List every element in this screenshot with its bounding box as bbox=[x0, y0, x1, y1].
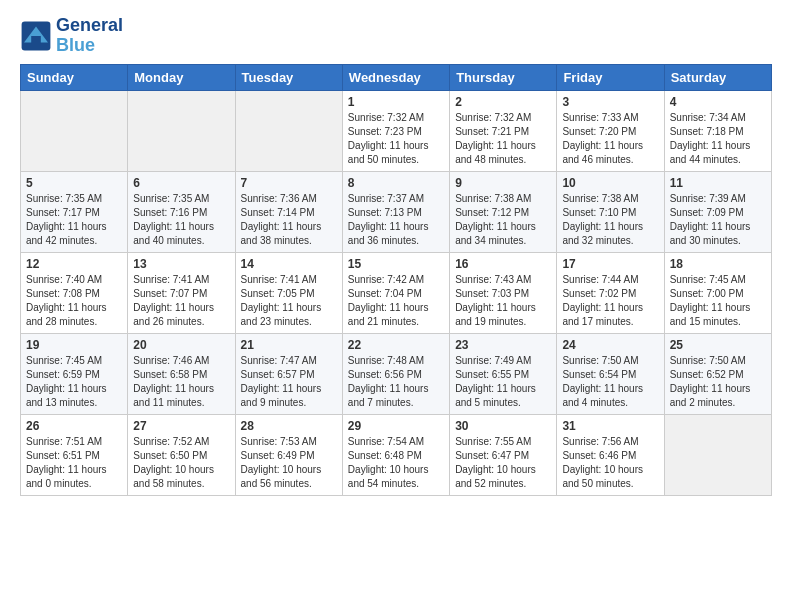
day-info: Sunrise: 7:41 AM Sunset: 7:05 PM Dayligh… bbox=[241, 273, 337, 329]
calendar-cell: 24Sunrise: 7:50 AM Sunset: 6:54 PM Dayli… bbox=[557, 333, 664, 414]
day-info: Sunrise: 7:40 AM Sunset: 7:08 PM Dayligh… bbox=[26, 273, 122, 329]
day-number: 26 bbox=[26, 419, 122, 433]
calendar-table: SundayMondayTuesdayWednesdayThursdayFrid… bbox=[20, 64, 772, 496]
week-row-4: 19Sunrise: 7:45 AM Sunset: 6:59 PM Dayli… bbox=[21, 333, 772, 414]
day-number: 19 bbox=[26, 338, 122, 352]
calendar-cell: 31Sunrise: 7:56 AM Sunset: 6:46 PM Dayli… bbox=[557, 414, 664, 495]
day-number: 11 bbox=[670, 176, 766, 190]
logo-icon bbox=[20, 20, 52, 52]
calendar-cell: 12Sunrise: 7:40 AM Sunset: 7:08 PM Dayli… bbox=[21, 252, 128, 333]
day-info: Sunrise: 7:38 AM Sunset: 7:12 PM Dayligh… bbox=[455, 192, 551, 248]
day-info: Sunrise: 7:55 AM Sunset: 6:47 PM Dayligh… bbox=[455, 435, 551, 491]
weekday-wednesday: Wednesday bbox=[342, 64, 449, 90]
day-info: Sunrise: 7:37 AM Sunset: 7:13 PM Dayligh… bbox=[348, 192, 444, 248]
day-info: Sunrise: 7:35 AM Sunset: 7:17 PM Dayligh… bbox=[26, 192, 122, 248]
day-info: Sunrise: 7:48 AM Sunset: 6:56 PM Dayligh… bbox=[348, 354, 444, 410]
weekday-saturday: Saturday bbox=[664, 64, 771, 90]
weekday-friday: Friday bbox=[557, 64, 664, 90]
week-row-5: 26Sunrise: 7:51 AM Sunset: 6:51 PM Dayli… bbox=[21, 414, 772, 495]
calendar-cell: 5Sunrise: 7:35 AM Sunset: 7:17 PM Daylig… bbox=[21, 171, 128, 252]
calendar-cell: 21Sunrise: 7:47 AM Sunset: 6:57 PM Dayli… bbox=[235, 333, 342, 414]
day-info: Sunrise: 7:32 AM Sunset: 7:23 PM Dayligh… bbox=[348, 111, 444, 167]
day-info: Sunrise: 7:49 AM Sunset: 6:55 PM Dayligh… bbox=[455, 354, 551, 410]
day-info: Sunrise: 7:32 AM Sunset: 7:21 PM Dayligh… bbox=[455, 111, 551, 167]
day-number: 29 bbox=[348, 419, 444, 433]
week-row-3: 12Sunrise: 7:40 AM Sunset: 7:08 PM Dayli… bbox=[21, 252, 772, 333]
day-info: Sunrise: 7:46 AM Sunset: 6:58 PM Dayligh… bbox=[133, 354, 229, 410]
day-number: 16 bbox=[455, 257, 551, 271]
day-info: Sunrise: 7:51 AM Sunset: 6:51 PM Dayligh… bbox=[26, 435, 122, 491]
calendar-cell: 4Sunrise: 7:34 AM Sunset: 7:18 PM Daylig… bbox=[664, 90, 771, 171]
calendar-cell: 27Sunrise: 7:52 AM Sunset: 6:50 PM Dayli… bbox=[128, 414, 235, 495]
week-row-2: 5Sunrise: 7:35 AM Sunset: 7:17 PM Daylig… bbox=[21, 171, 772, 252]
calendar-cell: 16Sunrise: 7:43 AM Sunset: 7:03 PM Dayli… bbox=[450, 252, 557, 333]
day-number: 2 bbox=[455, 95, 551, 109]
day-number: 28 bbox=[241, 419, 337, 433]
day-info: Sunrise: 7:56 AM Sunset: 6:46 PM Dayligh… bbox=[562, 435, 658, 491]
day-number: 21 bbox=[241, 338, 337, 352]
calendar-cell: 26Sunrise: 7:51 AM Sunset: 6:51 PM Dayli… bbox=[21, 414, 128, 495]
day-number: 8 bbox=[348, 176, 444, 190]
day-number: 30 bbox=[455, 419, 551, 433]
day-number: 20 bbox=[133, 338, 229, 352]
day-number: 12 bbox=[26, 257, 122, 271]
weekday-monday: Monday bbox=[128, 64, 235, 90]
calendar-cell: 15Sunrise: 7:42 AM Sunset: 7:04 PM Dayli… bbox=[342, 252, 449, 333]
day-info: Sunrise: 7:52 AM Sunset: 6:50 PM Dayligh… bbox=[133, 435, 229, 491]
day-number: 31 bbox=[562, 419, 658, 433]
day-number: 13 bbox=[133, 257, 229, 271]
calendar-cell: 10Sunrise: 7:38 AM Sunset: 7:10 PM Dayli… bbox=[557, 171, 664, 252]
weekday-tuesday: Tuesday bbox=[235, 64, 342, 90]
calendar-cell bbox=[235, 90, 342, 171]
day-info: Sunrise: 7:54 AM Sunset: 6:48 PM Dayligh… bbox=[348, 435, 444, 491]
calendar-cell: 22Sunrise: 7:48 AM Sunset: 6:56 PM Dayli… bbox=[342, 333, 449, 414]
day-number: 1 bbox=[348, 95, 444, 109]
day-number: 14 bbox=[241, 257, 337, 271]
day-number: 4 bbox=[670, 95, 766, 109]
day-number: 9 bbox=[455, 176, 551, 190]
calendar-cell: 14Sunrise: 7:41 AM Sunset: 7:05 PM Dayli… bbox=[235, 252, 342, 333]
day-info: Sunrise: 7:45 AM Sunset: 6:59 PM Dayligh… bbox=[26, 354, 122, 410]
calendar-cell: 6Sunrise: 7:35 AM Sunset: 7:16 PM Daylig… bbox=[128, 171, 235, 252]
day-number: 15 bbox=[348, 257, 444, 271]
day-info: Sunrise: 7:34 AM Sunset: 7:18 PM Dayligh… bbox=[670, 111, 766, 167]
svg-rect-2 bbox=[31, 36, 41, 44]
day-info: Sunrise: 7:33 AM Sunset: 7:20 PM Dayligh… bbox=[562, 111, 658, 167]
day-number: 23 bbox=[455, 338, 551, 352]
calendar-cell: 23Sunrise: 7:49 AM Sunset: 6:55 PM Dayli… bbox=[450, 333, 557, 414]
calendar-cell: 2Sunrise: 7:32 AM Sunset: 7:21 PM Daylig… bbox=[450, 90, 557, 171]
day-info: Sunrise: 7:45 AM Sunset: 7:00 PM Dayligh… bbox=[670, 273, 766, 329]
day-info: Sunrise: 7:42 AM Sunset: 7:04 PM Dayligh… bbox=[348, 273, 444, 329]
calendar-cell: 18Sunrise: 7:45 AM Sunset: 7:00 PM Dayli… bbox=[664, 252, 771, 333]
day-number: 22 bbox=[348, 338, 444, 352]
day-number: 5 bbox=[26, 176, 122, 190]
day-number: 25 bbox=[670, 338, 766, 352]
day-number: 7 bbox=[241, 176, 337, 190]
calendar-cell: 1Sunrise: 7:32 AM Sunset: 7:23 PM Daylig… bbox=[342, 90, 449, 171]
calendar-cell: 8Sunrise: 7:37 AM Sunset: 7:13 PM Daylig… bbox=[342, 171, 449, 252]
day-info: Sunrise: 7:39 AM Sunset: 7:09 PM Dayligh… bbox=[670, 192, 766, 248]
day-info: Sunrise: 7:41 AM Sunset: 7:07 PM Dayligh… bbox=[133, 273, 229, 329]
day-info: Sunrise: 7:43 AM Sunset: 7:03 PM Dayligh… bbox=[455, 273, 551, 329]
calendar-cell: 3Sunrise: 7:33 AM Sunset: 7:20 PM Daylig… bbox=[557, 90, 664, 171]
day-number: 6 bbox=[133, 176, 229, 190]
calendar-cell: 11Sunrise: 7:39 AM Sunset: 7:09 PM Dayli… bbox=[664, 171, 771, 252]
calendar-cell: 20Sunrise: 7:46 AM Sunset: 6:58 PM Dayli… bbox=[128, 333, 235, 414]
calendar-cell: 13Sunrise: 7:41 AM Sunset: 7:07 PM Dayli… bbox=[128, 252, 235, 333]
day-number: 17 bbox=[562, 257, 658, 271]
day-number: 27 bbox=[133, 419, 229, 433]
calendar-cell: 28Sunrise: 7:53 AM Sunset: 6:49 PM Dayli… bbox=[235, 414, 342, 495]
calendar-cell bbox=[21, 90, 128, 171]
logo: General Blue bbox=[20, 16, 123, 56]
page: General Blue SundayMondayTuesdayWednesda… bbox=[0, 0, 792, 506]
calendar-cell: 30Sunrise: 7:55 AM Sunset: 6:47 PM Dayli… bbox=[450, 414, 557, 495]
calendar-cell: 19Sunrise: 7:45 AM Sunset: 6:59 PM Dayli… bbox=[21, 333, 128, 414]
day-info: Sunrise: 7:44 AM Sunset: 7:02 PM Dayligh… bbox=[562, 273, 658, 329]
day-info: Sunrise: 7:47 AM Sunset: 6:57 PM Dayligh… bbox=[241, 354, 337, 410]
day-info: Sunrise: 7:50 AM Sunset: 6:52 PM Dayligh… bbox=[670, 354, 766, 410]
calendar-cell: 7Sunrise: 7:36 AM Sunset: 7:14 PM Daylig… bbox=[235, 171, 342, 252]
day-info: Sunrise: 7:35 AM Sunset: 7:16 PM Dayligh… bbox=[133, 192, 229, 248]
calendar-cell: 25Sunrise: 7:50 AM Sunset: 6:52 PM Dayli… bbox=[664, 333, 771, 414]
day-info: Sunrise: 7:36 AM Sunset: 7:14 PM Dayligh… bbox=[241, 192, 337, 248]
day-info: Sunrise: 7:38 AM Sunset: 7:10 PM Dayligh… bbox=[562, 192, 658, 248]
